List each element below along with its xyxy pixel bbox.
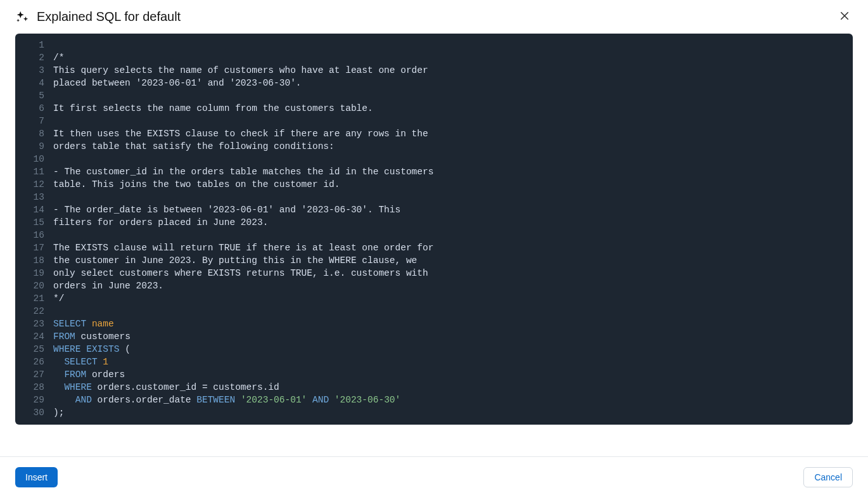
code-row: 11- The customer_id in the orders table …	[15, 165, 853, 178]
code-line: /*	[53, 51, 853, 64]
line-number: 28	[15, 381, 53, 394]
code-row: 13	[15, 191, 853, 203]
code-row: 9orders table that satisfy the following…	[15, 140, 853, 153]
code-line: This query selects the name of customers…	[53, 64, 853, 77]
insert-button[interactable]: Insert	[15, 467, 58, 487]
code-line: - The order_date is between '2023-06-01'…	[53, 203, 853, 216]
code-line: AND orders.order_date BETWEEN '2023-06-0…	[53, 394, 853, 406]
line-number: 23	[15, 318, 53, 330]
code-row: 6It first selects the name column from t…	[15, 102, 853, 115]
code-line	[53, 153, 853, 165]
line-number: 24	[15, 330, 53, 343]
line-number: 4	[15, 77, 53, 89]
line-number: 9	[15, 140, 53, 153]
code-row: 4placed between '2023-06-01' and '2023-0…	[15, 77, 853, 89]
code-line: WHERE orders.customer_id = customers.id	[53, 381, 853, 394]
code-row: 18the customer in June 2023. By putting …	[15, 254, 853, 267]
line-number: 8	[15, 127, 53, 140]
code-line	[53, 229, 853, 241]
code-line: It then uses the EXISTS clause to check …	[53, 127, 853, 140]
line-number: 15	[15, 216, 53, 229]
code-row: 25WHERE EXISTS (	[15, 343, 853, 356]
code-line: */	[53, 292, 853, 305]
code-line: FROM orders	[53, 368, 853, 381]
code-row: 15filters for orders placed in June 2023…	[15, 216, 853, 229]
code-row: 22	[15, 305, 853, 318]
line-number: 1	[15, 39, 53, 51]
code-line	[53, 89, 853, 102]
code-line: orders in June 2023.	[53, 280, 853, 292]
line-number: 12	[15, 178, 53, 191]
code-line: - The customer_id in the orders table ma…	[53, 165, 853, 178]
code-editor[interactable]: 1 2/*3This query selects the name of cus…	[15, 34, 853, 425]
code-line: The EXISTS clause will return TRUE if th…	[53, 241, 853, 254]
line-number: 11	[15, 165, 53, 178]
line-number: 10	[15, 153, 53, 165]
code-row: 1	[15, 39, 853, 51]
line-number: 19	[15, 267, 53, 280]
code-line: only select customers where EXISTS retur…	[53, 267, 853, 280]
code-line: );	[53, 406, 853, 419]
line-number: 21	[15, 292, 53, 305]
line-number: 6	[15, 102, 53, 115]
code-row: 23SELECT name	[15, 318, 853, 330]
close-icon	[839, 10, 850, 23]
line-number: 13	[15, 191, 53, 203]
code-row: 7	[15, 115, 853, 127]
code-row: 16	[15, 229, 853, 241]
code-row: 17The EXISTS clause will return TRUE if …	[15, 241, 853, 254]
code-row: 28 WHERE orders.customer_id = customers.…	[15, 381, 853, 394]
code-line: SELECT 1	[53, 356, 853, 368]
code-line: SELECT name	[53, 318, 853, 330]
line-number: 30	[15, 406, 53, 419]
code-row: 3This query selects the name of customer…	[15, 64, 853, 77]
cancel-button[interactable]: Cancel	[803, 467, 853, 487]
line-number: 26	[15, 356, 53, 368]
code-line: the customer in June 2023. By putting th…	[53, 254, 853, 267]
line-number: 16	[15, 229, 53, 241]
line-number: 14	[15, 203, 53, 216]
line-number: 2	[15, 51, 53, 64]
code-row: 8It then uses the EXISTS clause to check…	[15, 127, 853, 140]
dialog-footer: Insert Cancel	[0, 456, 868, 495]
line-number: 3	[15, 64, 53, 77]
code-line: placed between '2023-06-01' and '2023-06…	[53, 77, 853, 89]
code-row: 29 AND orders.order_date BETWEEN '2023-0…	[15, 394, 853, 406]
code-line: table. This joins the two tables on the …	[53, 178, 853, 191]
line-number: 29	[15, 394, 53, 406]
code-row: 24FROM customers	[15, 330, 853, 343]
code-row: 19only select customers where EXISTS ret…	[15, 267, 853, 280]
code-line	[53, 115, 853, 127]
line-number: 18	[15, 254, 53, 267]
code-row: 20orders in June 2023.	[15, 280, 853, 292]
code-line: FROM customers	[53, 330, 853, 343]
code-row: 21*/	[15, 292, 853, 305]
line-number: 22	[15, 305, 53, 318]
close-button[interactable]	[836, 8, 853, 26]
code-line	[53, 191, 853, 203]
line-number: 7	[15, 115, 53, 127]
dialog-header: Explained SQL for default	[0, 0, 868, 34]
line-number: 20	[15, 280, 53, 292]
dialog-title: Explained SQL for default	[37, 10, 829, 24]
code-line: It first selects the name column from th…	[53, 102, 853, 115]
line-number: 17	[15, 241, 53, 254]
code-line: orders table that satisfy the following …	[53, 140, 853, 153]
line-number: 25	[15, 343, 53, 356]
code-row: 14- The order_date is between '2023-06-0…	[15, 203, 853, 216]
code-row: 12table. This joins the two tables on th…	[15, 178, 853, 191]
code-line	[53, 305, 853, 318]
code-row: 26 SELECT 1	[15, 356, 853, 368]
code-line: WHERE EXISTS (	[53, 343, 853, 356]
code-row: 27 FROM orders	[15, 368, 853, 381]
line-number: 5	[15, 89, 53, 102]
sparkle-icon	[15, 10, 29, 24]
code-row: 2/*	[15, 51, 853, 64]
code-row: 30);	[15, 406, 853, 419]
code-row: 5	[15, 89, 853, 102]
code-row: 10	[15, 153, 853, 165]
editor-container: 1 2/*3This query selects the name of cus…	[0, 34, 868, 456]
line-number: 27	[15, 368, 53, 381]
code-line	[53, 39, 853, 51]
code-line: filters for orders placed in June 2023.	[53, 216, 853, 229]
